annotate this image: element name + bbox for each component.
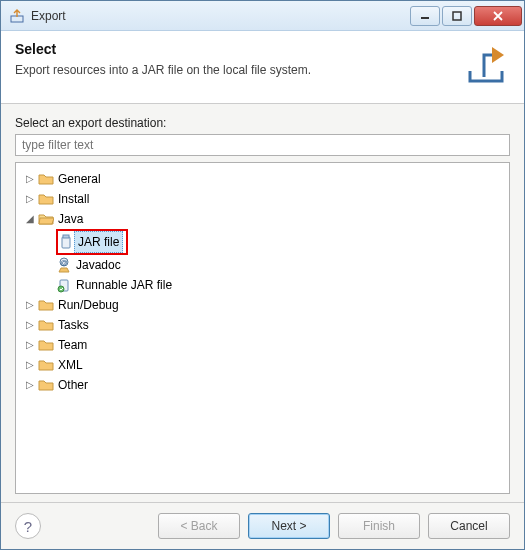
tree-node-other[interactable]: ▷ Other [24,375,505,395]
tree-node-jar-file[interactable]: ▷ JAR file [42,229,505,255]
tree-node-javadoc[interactable]: ▷ @ Javadoc [42,255,505,275]
expand-icon[interactable]: ▷ [24,173,36,185]
expand-icon[interactable]: ▷ [24,299,36,311]
banner-description: Export resources into a JAR file on the … [15,63,454,77]
folder-icon [38,337,54,353]
selection-highlight: JAR file [56,229,128,255]
collapse-icon[interactable]: ◢ [24,213,36,225]
folder-open-icon [38,211,54,227]
folder-icon [38,191,54,207]
tree-node-run-debug[interactable]: ▷ Run/Debug [24,295,505,315]
content-area: Select an export destination: ▷ General [1,104,524,502]
filter-input[interactable] [15,134,510,156]
window-title: Export [31,9,408,23]
svg-text:@: @ [60,259,67,266]
next-button[interactable]: Next > [248,513,330,539]
window-buttons [408,6,522,26]
tree-box[interactable]: ▷ General ▷ Inst [15,162,510,494]
help-icon: ? [24,518,32,535]
expand-icon[interactable]: ▷ [24,193,36,205]
folder-icon [38,297,54,313]
folder-icon [38,377,54,393]
cancel-button[interactable]: Cancel [428,513,510,539]
footer: ? < Back Next > Finish Cancel [1,502,524,549]
titlebar[interactable]: Export [1,1,524,31]
banner-title: Select [15,41,454,57]
folder-icon [38,171,54,187]
export-dialog: Export Select Export resources into a JA… [0,0,525,550]
svg-rect-3 [62,237,70,248]
maximize-button[interactable] [442,6,472,26]
expand-icon[interactable]: ▷ [24,359,36,371]
tree-node-runnable-jar[interactable]: ▷ Runnable JAR file [42,275,505,295]
tree-node-java[interactable]: ◢ Java ▷ [24,209,505,295]
tree-node-xml[interactable]: ▷ XML [24,355,505,375]
export-banner-icon [462,41,510,89]
expand-icon[interactable]: ▷ [24,379,36,391]
finish-button: Finish [338,513,420,539]
banner: Select Export resources into a JAR file … [1,31,524,104]
svg-point-8 [58,286,64,292]
expand-icon[interactable]: ▷ [24,339,36,351]
svg-rect-2 [453,12,461,20]
tree-node-team[interactable]: ▷ Team [24,335,505,355]
tree-node-general[interactable]: ▷ General [24,169,505,189]
tree-node-install[interactable]: ▷ Install [24,189,505,209]
tree-node-tasks[interactable]: ▷ Tasks [24,315,505,335]
destination-label: Select an export destination: [15,116,510,130]
runnable-jar-icon [56,277,72,293]
folder-icon [38,317,54,333]
help-button[interactable]: ? [15,513,41,539]
close-button[interactable] [474,6,522,26]
minimize-button[interactable] [410,6,440,26]
expand-icon[interactable]: ▷ [24,319,36,331]
folder-icon [38,357,54,373]
javadoc-icon: @ [56,257,72,273]
svg-rect-4 [63,235,69,238]
wizard-tree: ▷ General ▷ Inst [20,169,505,395]
export-title-icon [9,8,25,24]
back-button: < Back [158,513,240,539]
jar-file-label: JAR file [74,231,123,253]
jar-file-icon [58,234,74,250]
